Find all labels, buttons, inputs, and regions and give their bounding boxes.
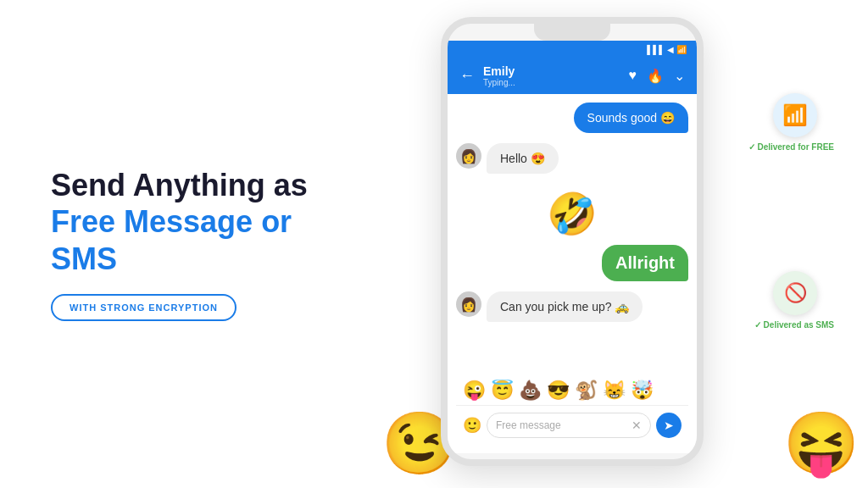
message-laugh-emoji: 🤣 <box>547 191 598 238</box>
input-bar: 🙂 Free message ✕ ➤ <box>456 405 688 445</box>
decorative-emoji-right: 😝 <box>783 408 860 480</box>
emoji-angel[interactable]: 😇 <box>491 380 514 402</box>
check-icon-sms: ✓ <box>754 320 761 330</box>
encryption-badge: WITH STRONG ENCRYPTION <box>51 294 236 321</box>
emoji-cool[interactable]: 😎 <box>547 380 570 402</box>
message-hello-row: 👩 Hello 😍 <box>456 143 688 179</box>
message-pickup-row: 👩 Can you pick me up? 🚕 <box>456 291 688 327</box>
header-icons: ♥ 🔥 ⌄ <box>629 68 686 84</box>
emoji-monkey[interactable]: 🐒 <box>575 380 598 402</box>
wifi-bubble: 📶 <box>773 93 817 137</box>
status-bar: ▌▌▌ ◀ 📶 <box>448 41 697 58</box>
message-hello: Hello 😍 <box>487 143 559 174</box>
sms-icon: 🚫 <box>784 282 807 304</box>
delivered-sms-label: ✓ Delivered as SMS <box>754 320 834 330</box>
message-allright: Allright <box>602 245 688 281</box>
check-icon: ✓ <box>748 142 755 152</box>
delivered-sms-word: SMS <box>815 320 834 330</box>
message-input-placeholder[interactable]: Free message <box>496 419 626 431</box>
heart-icon[interactable]: ♥ <box>629 68 637 84</box>
message-input-wrap: Free message ✕ <box>487 413 651 438</box>
emoji-button[interactable]: 🙂 <box>463 416 481 435</box>
fire-icon[interactable]: 🔥 <box>647 68 664 84</box>
headline-line1: Send Anything as <box>51 167 339 203</box>
send-button[interactable]: ➤ <box>656 413 682 438</box>
contact-status: Typing... <box>483 78 620 87</box>
headline-line2: Free Message or SMS <box>51 203 339 276</box>
delivered-free-prefix: Delivered for <box>757 142 809 152</box>
emoji-mind-blown[interactable]: 🤯 <box>631 380 654 402</box>
chat-messages: Sounds good 😄 👩 Hello 😍 🤣 Allright <box>456 103 688 376</box>
chevron-down-icon[interactable]: ⌄ <box>674 68 685 84</box>
emoji-poop[interactable]: 💩 <box>519 380 542 402</box>
left-section: Send Anything as Free Message or SMS WIT… <box>0 133 390 355</box>
message-sounds-good: Sounds good 😄 <box>574 103 688 133</box>
status-icons: ▌▌▌ ◀ 📶 <box>647 45 687 54</box>
clear-icon[interactable]: ✕ <box>632 419 642 432</box>
right-section: ▌▌▌ ◀ 📶 ← Emily Typing... ♥ 🔥 ⌄ Sounds g… <box>390 0 868 488</box>
chat-area: Sounds good 😄 👩 Hello 😍 🤣 Allright <box>448 94 697 453</box>
emoji-wink[interactable]: 😜 <box>463 380 486 402</box>
back-arrow-icon[interactable]: ← <box>459 67 475 85</box>
contact-avatar-2: 👩 <box>456 291 481 317</box>
contact-info: Emily Typing... <box>483 64 620 87</box>
sms-bubble: 🚫 <box>773 271 817 315</box>
emoji-bar: 😜 😇 💩 😎 🐒 😸 🤯 <box>456 376 688 405</box>
wifi-icon: 📶 <box>782 103 808 127</box>
phone-header: ← Emily Typing... ♥ 🔥 ⌄ <box>448 58 697 94</box>
delivered-sms-prefix: Delivered as <box>764 320 814 330</box>
send-icon: ➤ <box>664 419 674 432</box>
phone-notch <box>534 24 610 41</box>
delivered-free-label: ✓ Delivered for FREE <box>748 142 834 152</box>
phone-mockup: ▌▌▌ ◀ 📶 ← Emily Typing... ♥ 🔥 ⌄ Sounds g… <box>441 17 704 466</box>
message-pickup: Can you pick me up? 🚕 <box>487 291 643 322</box>
contact-avatar: 👩 <box>456 143 481 169</box>
delivered-free-word: FREE <box>811 142 834 152</box>
contact-name: Emily <box>483 64 620 78</box>
emoji-cat[interactable]: 😸 <box>603 380 626 402</box>
